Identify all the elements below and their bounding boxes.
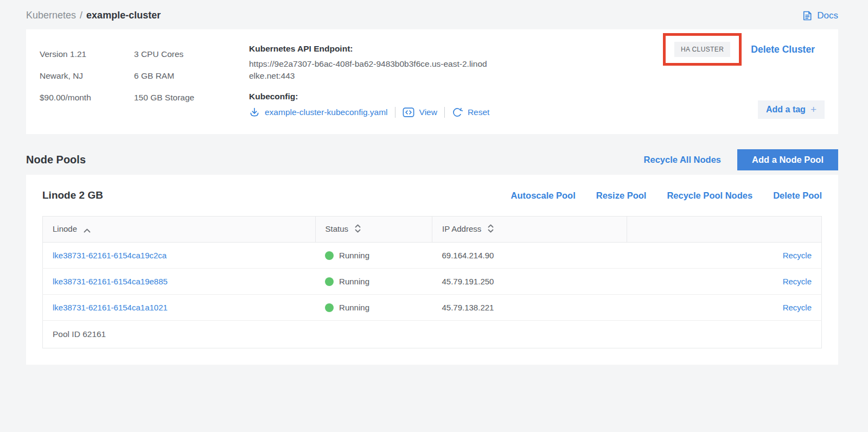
ip-address: 45.79.138.221 (432, 295, 627, 321)
column-header-actions (627, 217, 821, 243)
recycle-node-button[interactable]: Recycle (783, 303, 812, 312)
code-icon (403, 107, 414, 118)
recycle-pool-nodes-button[interactable]: Recycle Pool Nodes (667, 190, 752, 201)
cluster-storage: 150 GB Storage (134, 87, 249, 109)
sort-ascending-icon (84, 225, 91, 234)
add-tag-label: Add a tag (766, 105, 806, 115)
spec-column-1: Version 1.21 Newark, NJ $90.00/month (40, 43, 134, 119)
pool-id-row: Pool ID 62161 (43, 321, 822, 348)
ha-cluster-badge: HA CLUSTER (674, 42, 730, 57)
status-running-dot (325, 277, 334, 286)
pool-header: Linode 2 GB Autoscale Pool Resize Pool R… (42, 189, 822, 201)
table-row: lke38731-62161-6154ca19c2ca Running 69.1… (43, 243, 822, 269)
ip-address: 45.79.191.250 (432, 269, 627, 295)
status-label: Running (339, 251, 369, 260)
breadcrumb-separator: / (80, 10, 82, 21)
cluster-summary-panel: Version 1.21 Newark, NJ $90.00/month 3 C… (26, 29, 838, 134)
topbar: Kubernetes/example-cluster Docs (0, 0, 868, 29)
cluster-ram: 6 GB RAM (134, 65, 249, 87)
recycle-all-nodes-button[interactable]: Recycle All Nodes (644, 155, 721, 165)
spec-column-2: 3 CPU Cores 6 GB RAM 150 GB Storage (134, 43, 249, 119)
cluster-cpu: 3 CPU Cores (134, 43, 249, 65)
pool-name: Linode 2 GB (42, 189, 103, 201)
reset-icon (452, 107, 463, 118)
kubeconfig-actions-row: example-cluster-kubeconfig.yaml View (249, 107, 499, 118)
breadcrumb-kubernetes-link[interactable]: Kubernetes (26, 10, 76, 21)
breadcrumb-current-cluster: example-cluster (86, 10, 161, 21)
add-node-pool-button[interactable]: Add a Node Pool (737, 149, 838, 170)
cluster-version: Version 1.21 (40, 43, 134, 65)
kubernetes-cluster-detail-page: Kubernetes/example-cluster Docs Version … (0, 0, 868, 365)
node-link[interactable]: lke38731-62161-6154ca19c2ca (53, 251, 167, 260)
reset-label: Reset (468, 107, 490, 117)
column-header-status[interactable]: Status (315, 217, 432, 243)
status-label: Running (339, 277, 369, 286)
pool-actions: Autoscale Pool Resize Pool Recycle Pool … (511, 190, 822, 201)
table-row: lke38731-62161-6154ca1a1021 Running 45.7… (43, 295, 822, 321)
add-tag-button[interactable]: Add a tag + (758, 100, 825, 119)
endpoint-column: Kubernetes API Endpoint: https://9e2a730… (249, 43, 499, 119)
kubeconfig-filename: example-cluster-kubeconfig.yaml (265, 107, 388, 117)
view-label: View (419, 107, 437, 117)
delete-pool-button[interactable]: Delete Pool (773, 190, 822, 201)
table-row: lke38731-62161-6154ca19e885 Running 45.7… (43, 269, 822, 295)
resize-pool-button[interactable]: Resize Pool (596, 190, 647, 201)
summary-right-column: HA CLUSTER Delete Cluster Add a tag + (663, 33, 825, 119)
divider (444, 107, 445, 118)
node-pool-card: Linode 2 GB Autoscale Pool Resize Pool R… (26, 175, 838, 365)
status-column-label: Status (326, 224, 349, 233)
node-pools-title: Node Pools (26, 154, 86, 166)
docs-link[interactable]: Docs (802, 10, 838, 21)
pool-id-label: Pool ID 62161 (43, 321, 822, 348)
status-label: Running (339, 303, 369, 312)
ip-column-label: IP Address (442, 224, 481, 233)
docs-icon (802, 10, 813, 21)
ip-address: 69.164.214.90 (432, 243, 627, 269)
sort-both-icon (355, 225, 361, 234)
node-link[interactable]: lke38731-62161-6154ca19e885 (53, 277, 168, 286)
recycle-node-button[interactable]: Recycle (783, 251, 812, 260)
plus-icon: + (810, 106, 816, 113)
annotation-highlight-box: HA CLUSTER (663, 33, 742, 66)
cluster-price: $90.00/month (40, 87, 134, 109)
kubeconfig-label: Kubeconfig: (249, 91, 499, 102)
status-running-dot (325, 303, 334, 312)
docs-label: Docs (817, 10, 838, 21)
sort-both-icon (488, 225, 494, 234)
view-kubeconfig-button[interactable]: View (403, 107, 437, 118)
divider (395, 107, 395, 118)
reset-kubeconfig-button[interactable]: Reset (452, 107, 490, 118)
node-pools-section-row: Node Pools Recycle All Nodes Add a Node … (26, 149, 838, 170)
api-endpoint-url: https://9e2a7307-b6ac-408f-ba62-9483b0b3… (249, 58, 492, 82)
cluster-region: Newark, NJ (40, 65, 134, 87)
table-header-row: Linode Status (43, 217, 822, 243)
delete-cluster-button[interactable]: Delete Cluster (751, 44, 815, 55)
column-header-linode[interactable]: Linode (43, 217, 316, 243)
api-endpoint-label: Kubernetes API Endpoint: (249, 43, 499, 54)
status-running-dot (325, 251, 334, 260)
download-icon (249, 107, 260, 118)
kubeconfig-block: Kubeconfig: example-cluster-kubeconfig.y… (249, 91, 499, 118)
autoscale-pool-button[interactable]: Autoscale Pool (511, 190, 576, 201)
breadcrumb: Kubernetes/example-cluster (26, 10, 161, 21)
nodes-table: Linode Status (42, 216, 822, 348)
column-header-ip-address[interactable]: IP Address (432, 217, 627, 243)
kubeconfig-download-link[interactable]: example-cluster-kubeconfig.yaml (249, 107, 388, 118)
recycle-node-button[interactable]: Recycle (783, 277, 812, 286)
node-link[interactable]: lke38731-62161-6154ca1a1021 (53, 303, 168, 312)
linode-column-label: Linode (53, 224, 77, 233)
